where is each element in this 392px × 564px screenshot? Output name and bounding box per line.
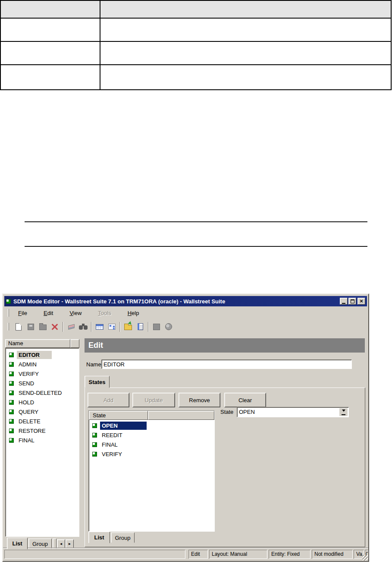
mode-icon	[9, 353, 14, 357]
save-as-button	[37, 321, 49, 333]
app-icon	[6, 299, 11, 304]
arrow-right-icon: ►	[68, 542, 72, 546]
eraser-icon	[68, 324, 75, 330]
mode-icon	[9, 410, 14, 414]
mode-icon	[92, 442, 97, 447]
state-list-tab-list[interactable]: List	[88, 532, 110, 543]
mode-icon	[92, 423, 97, 428]
sidebar-tab-list[interactable]: List	[7, 538, 28, 549]
name-field-label: Name	[86, 361, 101, 368]
horizontal-rule	[25, 246, 367, 247]
log-icon	[138, 323, 143, 330]
sidebar-item-editor[interactable]: EDITOR	[6, 350, 79, 359]
mode-icon	[9, 438, 14, 443]
status-segment-entity: Entity: Fixed	[269, 550, 310, 559]
maximize-button[interactable]	[348, 298, 356, 305]
state-list-tab-group[interactable]: Group	[111, 532, 135, 543]
globe-button	[163, 321, 175, 333]
tree-view-button[interactable]	[106, 321, 118, 333]
clear-button[interactable]: Clear	[224, 393, 266, 407]
status-segment-mode: Edit	[188, 550, 208, 559]
delete-x-icon	[50, 322, 59, 331]
status-segment-empty	[4, 550, 185, 559]
status-segment-layout: Layout: Manual	[209, 550, 267, 559]
find-button[interactable]	[77, 321, 89, 333]
state-item-open[interactable]: OPEN	[89, 421, 214, 430]
toolbar-grip	[8, 323, 9, 331]
new-button[interactable]	[13, 321, 25, 333]
tab-states[interactable]: States	[85, 376, 110, 388]
state-combobox[interactable]: OPEN	[237, 407, 349, 417]
app-window: SDM Mode Editor - Wallstreet Suite 7.1 o…	[2, 293, 369, 562]
state-item-final[interactable]: FINAL	[89, 440, 214, 449]
state-item-verify[interactable]: VERIFY	[89, 449, 214, 459]
toolbar-separator	[91, 322, 92, 332]
doc-table-row	[1, 19, 391, 42]
doc-table	[0, 0, 392, 90]
sidebar-item-query[interactable]: QUERY	[6, 407, 79, 416]
open-button[interactable]	[122, 321, 134, 333]
sidebar-scroll-right-button[interactable]: ►	[66, 539, 74, 548]
table-view-button[interactable]	[94, 321, 106, 333]
maximize-icon	[351, 299, 354, 303]
sidebar-item-delete[interactable]: DELETE	[6, 416, 79, 426]
action-button	[151, 321, 163, 333]
state-combo-value: OPEN	[239, 409, 255, 415]
status-bar-separator	[3, 548, 368, 548]
title-bar: SDM Mode Editor - Wallstreet Suite 7.1 o…	[4, 296, 367, 306]
erase-button[interactable]	[65, 321, 77, 333]
minimize-icon	[342, 303, 345, 304]
window-title: SDM Mode Editor - Wallstreet Suite 7.1 o…	[13, 298, 340, 305]
name-input[interactable]	[101, 359, 352, 369]
menu-item-tools: Tools	[92, 309, 116, 318]
doc-table-row	[1, 65, 391, 87]
save-icon	[28, 324, 34, 330]
edit-panel-header: Edit	[85, 338, 365, 353]
sidebar-item-send[interactable]: SEND	[6, 378, 79, 388]
menu-item-view[interactable]: View	[64, 309, 87, 318]
log-button[interactable]	[134, 321, 146, 333]
resize-grip[interactable]	[362, 555, 368, 561]
menu-item-edit[interactable]: Edit	[38, 309, 59, 318]
arrow-left-icon: ◄	[60, 542, 63, 546]
state-item-reedit[interactable]: REEDIT	[89, 430, 214, 440]
state-list: State OPEN REEDIT FINAL VERIFY	[88, 410, 215, 532]
doc-table-row	[1, 42, 391, 65]
minimize-button[interactable]	[340, 298, 348, 305]
disabled-action-icon	[153, 324, 160, 330]
state-column-header[interactable]: State	[89, 411, 148, 420]
toolbar-separator	[63, 322, 63, 332]
mode-icon	[92, 452, 97, 457]
menu-grip	[8, 309, 9, 317]
sidebar-item-final[interactable]: FINAL	[6, 435, 79, 445]
save-as-icon	[39, 325, 47, 330]
sidebar: Name EDITOR ADMIN VERIFY SEND SEND-DELET…	[4, 336, 81, 551]
save-button	[25, 321, 37, 333]
menu-item-file[interactable]: File	[13, 309, 33, 318]
close-button[interactable]: ×	[358, 298, 365, 305]
new-document-icon	[16, 323, 22, 331]
sidebar-column-header-stub	[70, 339, 79, 348]
sidebar-item-restore[interactable]: RESTORE	[6, 426, 79, 435]
status-segment-modified: Not modified	[312, 550, 353, 559]
mode-icon	[9, 429, 14, 433]
menu-item-help[interactable]: Help	[122, 309, 145, 318]
mode-icon	[9, 372, 14, 376]
open-folder-icon	[124, 325, 132, 330]
sidebar-scroll-left-button[interactable]: ◄	[57, 539, 65, 548]
toolbar-separator	[148, 322, 149, 332]
sidebar-item-send-deleted[interactable]: SEND-DELETED	[6, 388, 79, 397]
mode-icon	[9, 419, 14, 424]
sidebar-item-hold[interactable]: HOLD	[6, 397, 79, 407]
add-button: Add	[88, 393, 129, 407]
sidebar-item-admin[interactable]: ADMIN	[6, 359, 79, 369]
combo-dropdown-button[interactable]	[339, 408, 348, 416]
toolbar-separator	[119, 322, 120, 332]
sidebar-list: EDITOR ADMIN VERIFY SEND SEND-DELETED HO…	[5, 348, 79, 537]
sidebar-column-header[interactable]: Name	[5, 339, 70, 348]
remove-button[interactable]: Remove	[179, 393, 220, 407]
delete-button[interactable]	[49, 321, 61, 333]
state-combo-label: State	[220, 409, 233, 415]
sidebar-item-verify[interactable]: VERIFY	[6, 369, 79, 378]
horizontal-rule	[25, 221, 367, 222]
